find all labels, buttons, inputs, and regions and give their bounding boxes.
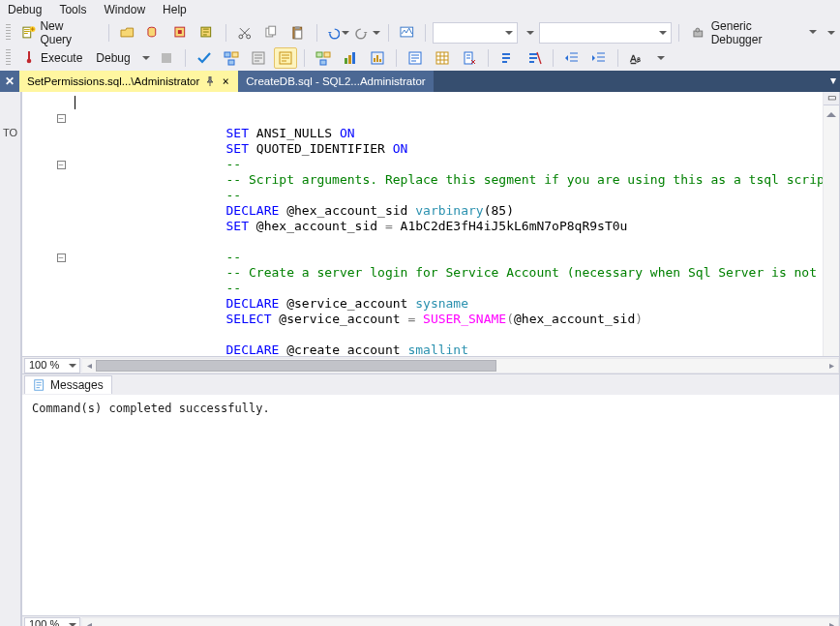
scroll-up-icon[interactable] [826,107,836,117]
copy-button[interactable] [259,22,283,44]
undo-button[interactable] [324,22,351,44]
scroll-left-icon[interactable]: ◂ [82,619,96,626]
messages-text: Command(s) completed successfully. [32,402,270,415]
debugger-label: Generic Debugger [711,19,803,46]
paste-button[interactable] [286,22,310,44]
results-to-text-button[interactable] [404,47,427,69]
increase-indent-button[interactable] [587,47,611,69]
plan-actual-icon [315,50,331,66]
toolbar-grip[interactable] [6,49,11,67]
tab-title: SetPermissions.sql...\Administrator [27,75,199,87]
toolbar-grip[interactable] [6,24,11,42]
cut-button[interactable] [233,22,256,44]
results-to-file-button[interactable] [458,47,481,69]
scroll-left-icon[interactable]: ◂ [82,360,96,371]
solution-platform-dropdown[interactable] [539,22,672,44]
scroll-thumb[interactable] [96,360,496,372]
toolbar-sql-overflow[interactable] [652,47,666,69]
editor-zoom-dropdown[interactable]: 100 % [24,358,80,373]
svg-rect-29 [320,60,326,65]
tab-close-button[interactable]: × [221,75,230,88]
messages-output[interactable]: Command(s) completed successfully. [22,396,839,615]
debug-dropdown[interactable] [139,47,151,69]
decrease-indent-button[interactable] [560,47,584,69]
results-to-grid-button[interactable] [431,47,454,69]
intellisense-button[interactable] [274,47,297,69]
query-options-button[interactable] [247,47,270,69]
comment-icon [499,50,515,66]
messages-pane: Messages Command(s) completed successful… [21,374,840,626]
tab-setpermissions[interactable]: SetPermissions.sql...\Administrator × [19,71,238,92]
template-params-icon: A̲ᵦ [629,50,645,66]
mdx-query-button[interactable] [169,22,193,44]
svg-rect-15 [295,26,300,29]
new-query-label: New Query [40,19,96,46]
debugger-dropdown[interactable]: Generic Debugger [686,22,819,44]
svg-rect-32 [352,52,355,64]
intellisense-icon [278,50,293,66]
svg-rect-22 [225,52,230,57]
parse-button[interactable] [193,47,216,69]
results-grid-icon [435,50,450,66]
editor-vertical-scrollbar[interactable]: ▭ [823,92,839,356]
redo-icon [355,25,371,41]
uncomment-button[interactable] [523,47,546,69]
actual-plan-button[interactable] [312,47,335,69]
new-query-button[interactable]: New Query [16,22,102,44]
scroll-right-icon[interactable]: ▸ [825,619,838,626]
cancel-query-button[interactable] [155,47,178,69]
copy-icon [263,25,279,41]
menu-bar: Debug Tools Window Help [0,0,840,20]
svg-rect-21 [162,53,171,63]
new-query-icon [21,25,37,41]
scroll-track[interactable] [96,618,825,627]
toolbar-separator [225,24,226,42]
side-panel-collapsed[interactable]: TO [0,92,21,626]
toolbar-main: New Query Generic Debugger [0,20,840,45]
svg-rect-19 [28,51,30,59]
toolbar-separator [396,49,397,67]
editor-horizontal-scrollbar[interactable]: ◂ ▸ [82,358,839,373]
debug-button[interactable]: Debug [91,47,135,69]
live-stats-button[interactable] [366,47,389,69]
tab-list-dropdown[interactable]: ▾ [830,74,836,87]
scroll-right-icon[interactable]: ▸ [825,360,838,371]
outline-margin[interactable]: − − − [49,92,73,356]
svg-rect-2 [24,31,30,32]
estimated-plan-button[interactable] [220,47,243,69]
messages-horizontal-scrollbar[interactable]: ◂ ▸ [82,617,839,627]
toolbar-separator [617,49,618,67]
split-handle[interactable]: ▭ [824,92,839,105]
hidden-tabs-left[interactable]: ✕ [0,71,19,92]
toolbar-separator [678,24,679,42]
tab-createdb[interactable]: CreateDB.sql - SQL2...Administrator [238,71,433,92]
redo-button[interactable] [354,22,381,44]
pin-icon[interactable] [205,76,215,86]
toolbar-overflow[interactable] [823,22,836,44]
client-stats-button[interactable] [339,47,362,69]
execute-button[interactable]: Execute [16,47,87,69]
svg-rect-3 [24,33,28,34]
code-editor[interactable]: . SET ANSI_NULLS ON SET QUOTED_IDENTIFIE… [73,92,839,356]
activity-monitor-button[interactable] [396,22,419,44]
messages-tab[interactable]: Messages [24,375,112,394]
solution-config-more[interactable] [522,22,535,44]
solution-config-dropdown[interactable] [433,22,518,44]
database-engine-query-button[interactable] [142,22,165,44]
menu-window[interactable]: Window [104,3,145,16]
svg-rect-27 [316,52,322,57]
specify-values-button[interactable]: A̲ᵦ [625,47,648,69]
comment-button[interactable] [495,47,519,69]
messages-tab-label: Messages [50,378,104,392]
messages-zoom-dropdown[interactable]: 100 % [24,617,80,627]
menu-tools[interactable]: Tools [59,3,86,16]
menu-help[interactable]: Help [163,3,187,16]
scroll-track[interactable] [96,359,825,373]
xmla-query-button[interactable] [195,22,219,44]
messages-footer: 100 % ◂ ▸ [22,615,839,626]
toolbar-separator [425,24,426,42]
workspace: TO − − − . SET ANSI_NULLS ON SET QUOT [0,92,840,626]
menu-debug[interactable]: Debug [8,3,42,16]
stop-icon [159,50,174,66]
open-file-button[interactable] [116,22,139,44]
